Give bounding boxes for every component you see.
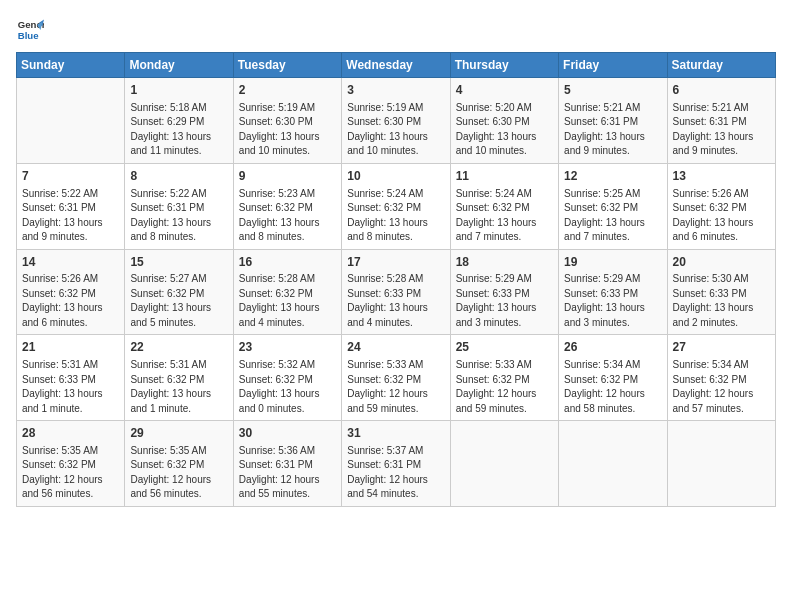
calendar-cell	[450, 421, 558, 507]
calendar-cell: 26Sunrise: 5:34 AM Sunset: 6:32 PM Dayli…	[559, 335, 667, 421]
day-info: Sunrise: 5:30 AM Sunset: 6:33 PM Dayligh…	[673, 272, 770, 330]
calendar-cell: 28Sunrise: 5:35 AM Sunset: 6:32 PM Dayli…	[17, 421, 125, 507]
calendar-cell: 21Sunrise: 5:31 AM Sunset: 6:33 PM Dayli…	[17, 335, 125, 421]
day-number: 19	[564, 254, 661, 271]
day-info: Sunrise: 5:27 AM Sunset: 6:32 PM Dayligh…	[130, 272, 227, 330]
header-sunday: Sunday	[17, 53, 125, 78]
day-info: Sunrise: 5:31 AM Sunset: 6:32 PM Dayligh…	[130, 358, 227, 416]
day-info: Sunrise: 5:29 AM Sunset: 6:33 PM Dayligh…	[564, 272, 661, 330]
week-row-4: 21Sunrise: 5:31 AM Sunset: 6:33 PM Dayli…	[17, 335, 776, 421]
day-info: Sunrise: 5:31 AM Sunset: 6:33 PM Dayligh…	[22, 358, 119, 416]
day-info: Sunrise: 5:34 AM Sunset: 6:32 PM Dayligh…	[673, 358, 770, 416]
day-info: Sunrise: 5:34 AM Sunset: 6:32 PM Dayligh…	[564, 358, 661, 416]
day-number: 9	[239, 168, 336, 185]
day-number: 31	[347, 425, 444, 442]
day-number: 17	[347, 254, 444, 271]
calendar-cell: 16Sunrise: 5:28 AM Sunset: 6:32 PM Dayli…	[233, 249, 341, 335]
calendar-cell: 22Sunrise: 5:31 AM Sunset: 6:32 PM Dayli…	[125, 335, 233, 421]
day-info: Sunrise: 5:22 AM Sunset: 6:31 PM Dayligh…	[22, 187, 119, 245]
week-row-3: 14Sunrise: 5:26 AM Sunset: 6:32 PM Dayli…	[17, 249, 776, 335]
day-info: Sunrise: 5:19 AM Sunset: 6:30 PM Dayligh…	[347, 101, 444, 159]
calendar-cell: 10Sunrise: 5:24 AM Sunset: 6:32 PM Dayli…	[342, 163, 450, 249]
calendar-cell: 11Sunrise: 5:24 AM Sunset: 6:32 PM Dayli…	[450, 163, 558, 249]
day-number: 29	[130, 425, 227, 442]
calendar-body: 1Sunrise: 5:18 AM Sunset: 6:29 PM Daylig…	[17, 78, 776, 507]
day-info: Sunrise: 5:25 AM Sunset: 6:32 PM Dayligh…	[564, 187, 661, 245]
calendar-cell: 17Sunrise: 5:28 AM Sunset: 6:33 PM Dayli…	[342, 249, 450, 335]
day-number: 20	[673, 254, 770, 271]
calendar-cell: 31Sunrise: 5:37 AM Sunset: 6:31 PM Dayli…	[342, 421, 450, 507]
calendar-cell	[17, 78, 125, 164]
day-info: Sunrise: 5:24 AM Sunset: 6:32 PM Dayligh…	[456, 187, 553, 245]
day-info: Sunrise: 5:28 AM Sunset: 6:32 PM Dayligh…	[239, 272, 336, 330]
calendar-cell: 13Sunrise: 5:26 AM Sunset: 6:32 PM Dayli…	[667, 163, 775, 249]
day-info: Sunrise: 5:20 AM Sunset: 6:30 PM Dayligh…	[456, 101, 553, 159]
header-wednesday: Wednesday	[342, 53, 450, 78]
calendar-cell: 3Sunrise: 5:19 AM Sunset: 6:30 PM Daylig…	[342, 78, 450, 164]
calendar-cell: 29Sunrise: 5:35 AM Sunset: 6:32 PM Dayli…	[125, 421, 233, 507]
week-row-1: 1Sunrise: 5:18 AM Sunset: 6:29 PM Daylig…	[17, 78, 776, 164]
week-row-2: 7Sunrise: 5:22 AM Sunset: 6:31 PM Daylig…	[17, 163, 776, 249]
calendar-cell: 6Sunrise: 5:21 AM Sunset: 6:31 PM Daylig…	[667, 78, 775, 164]
calendar-cell	[559, 421, 667, 507]
calendar-cell: 2Sunrise: 5:19 AM Sunset: 6:30 PM Daylig…	[233, 78, 341, 164]
day-info: Sunrise: 5:23 AM Sunset: 6:32 PM Dayligh…	[239, 187, 336, 245]
svg-text:Blue: Blue	[18, 30, 39, 41]
calendar-cell: 7Sunrise: 5:22 AM Sunset: 6:31 PM Daylig…	[17, 163, 125, 249]
day-number: 14	[22, 254, 119, 271]
header-monday: Monday	[125, 53, 233, 78]
header-tuesday: Tuesday	[233, 53, 341, 78]
calendar-cell: 5Sunrise: 5:21 AM Sunset: 6:31 PM Daylig…	[559, 78, 667, 164]
day-number: 7	[22, 168, 119, 185]
calendar-header: SundayMondayTuesdayWednesdayThursdayFrid…	[17, 53, 776, 78]
calendar-cell: 4Sunrise: 5:20 AM Sunset: 6:30 PM Daylig…	[450, 78, 558, 164]
calendar-cell: 20Sunrise: 5:30 AM Sunset: 6:33 PM Dayli…	[667, 249, 775, 335]
day-info: Sunrise: 5:24 AM Sunset: 6:32 PM Dayligh…	[347, 187, 444, 245]
logo-icon: General Blue	[16, 16, 44, 44]
day-number: 10	[347, 168, 444, 185]
day-number: 15	[130, 254, 227, 271]
calendar-cell: 15Sunrise: 5:27 AM Sunset: 6:32 PM Dayli…	[125, 249, 233, 335]
day-number: 3	[347, 82, 444, 99]
day-number: 16	[239, 254, 336, 271]
day-info: Sunrise: 5:32 AM Sunset: 6:32 PM Dayligh…	[239, 358, 336, 416]
day-info: Sunrise: 5:21 AM Sunset: 6:31 PM Dayligh…	[564, 101, 661, 159]
day-number: 12	[564, 168, 661, 185]
day-info: Sunrise: 5:33 AM Sunset: 6:32 PM Dayligh…	[347, 358, 444, 416]
day-info: Sunrise: 5:36 AM Sunset: 6:31 PM Dayligh…	[239, 444, 336, 502]
day-number: 23	[239, 339, 336, 356]
calendar-cell: 27Sunrise: 5:34 AM Sunset: 6:32 PM Dayli…	[667, 335, 775, 421]
day-number: 2	[239, 82, 336, 99]
day-info: Sunrise: 5:35 AM Sunset: 6:32 PM Dayligh…	[130, 444, 227, 502]
calendar-cell: 8Sunrise: 5:22 AM Sunset: 6:31 PM Daylig…	[125, 163, 233, 249]
day-info: Sunrise: 5:37 AM Sunset: 6:31 PM Dayligh…	[347, 444, 444, 502]
day-number: 21	[22, 339, 119, 356]
day-info: Sunrise: 5:22 AM Sunset: 6:31 PM Dayligh…	[130, 187, 227, 245]
calendar-cell: 30Sunrise: 5:36 AM Sunset: 6:31 PM Dayli…	[233, 421, 341, 507]
calendar-cell: 25Sunrise: 5:33 AM Sunset: 6:32 PM Dayli…	[450, 335, 558, 421]
day-info: Sunrise: 5:35 AM Sunset: 6:32 PM Dayligh…	[22, 444, 119, 502]
day-number: 6	[673, 82, 770, 99]
calendar-cell: 18Sunrise: 5:29 AM Sunset: 6:33 PM Dayli…	[450, 249, 558, 335]
calendar-table: SundayMondayTuesdayWednesdayThursdayFrid…	[16, 52, 776, 507]
calendar-cell: 14Sunrise: 5:26 AM Sunset: 6:32 PM Dayli…	[17, 249, 125, 335]
week-row-5: 28Sunrise: 5:35 AM Sunset: 6:32 PM Dayli…	[17, 421, 776, 507]
day-info: Sunrise: 5:29 AM Sunset: 6:33 PM Dayligh…	[456, 272, 553, 330]
calendar-cell: 9Sunrise: 5:23 AM Sunset: 6:32 PM Daylig…	[233, 163, 341, 249]
day-number: 1	[130, 82, 227, 99]
day-number: 30	[239, 425, 336, 442]
calendar-cell: 24Sunrise: 5:33 AM Sunset: 6:32 PM Dayli…	[342, 335, 450, 421]
day-info: Sunrise: 5:26 AM Sunset: 6:32 PM Dayligh…	[673, 187, 770, 245]
day-number: 27	[673, 339, 770, 356]
day-info: Sunrise: 5:18 AM Sunset: 6:29 PM Dayligh…	[130, 101, 227, 159]
day-number: 11	[456, 168, 553, 185]
day-number: 22	[130, 339, 227, 356]
day-number: 5	[564, 82, 661, 99]
day-number: 25	[456, 339, 553, 356]
day-number: 18	[456, 254, 553, 271]
calendar-cell: 23Sunrise: 5:32 AM Sunset: 6:32 PM Dayli…	[233, 335, 341, 421]
header-saturday: Saturday	[667, 53, 775, 78]
day-info: Sunrise: 5:21 AM Sunset: 6:31 PM Dayligh…	[673, 101, 770, 159]
page-header: General Blue	[16, 16, 776, 44]
day-number: 13	[673, 168, 770, 185]
